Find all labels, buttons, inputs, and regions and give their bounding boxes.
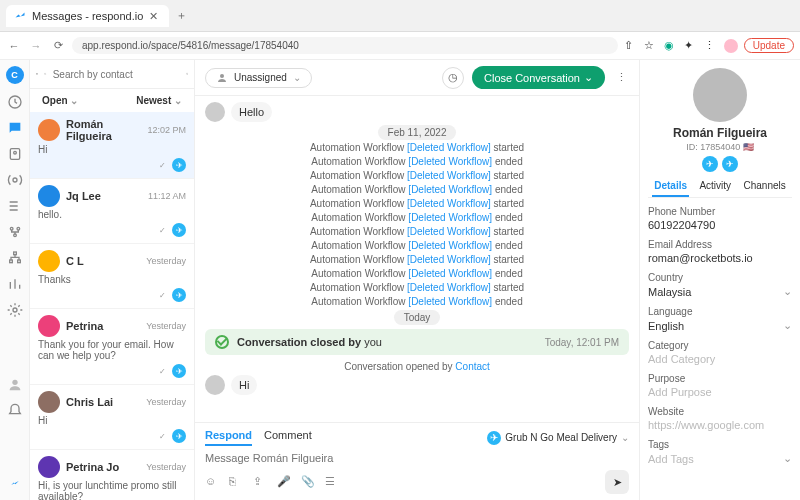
browser-tab[interactable]: Messages - respond.io ✕ — [6, 5, 169, 27]
mic-icon[interactable]: 🎤 — [277, 475, 291, 489]
check-circle-icon — [215, 335, 229, 349]
workflow-event: Automation Workflow [Deleted Workflow] s… — [205, 198, 629, 209]
svg-point-13 — [45, 73, 46, 74]
workflow-link[interactable]: [Deleted Workflow] — [407, 198, 491, 209]
conversation-item[interactable]: Jq Lee11:12 AMhello.✓✈ — [30, 179, 194, 244]
workspace-avatar[interactable]: C — [6, 66, 24, 84]
profile-avatar-icon[interactable] — [724, 39, 738, 53]
workflows-icon[interactable] — [7, 198, 23, 214]
conversation-item[interactable]: PetrinaYesterdayThank you for your email… — [30, 309, 194, 385]
panel-toggle-icon[interactable] — [36, 66, 38, 82]
telegram-icon[interactable]: ✈ — [722, 156, 738, 172]
dashboard-icon[interactable] — [7, 94, 23, 110]
workflow-link[interactable]: [Deleted Workflow] — [407, 170, 491, 181]
workflow-link[interactable]: [Deleted Workflow] — [407, 282, 491, 293]
filter-icon[interactable] — [186, 66, 188, 82]
channel-selector[interactable]: ✈ Grub N Go Meal Delivery ⌄ — [487, 431, 629, 445]
reload-icon[interactable]: ⟳ — [50, 38, 66, 54]
conversation-filter-bar: Open ⌄ Newest ⌄ — [30, 89, 194, 112]
svg-rect-12 — [36, 73, 38, 74]
chevron-down-icon: ⌄ — [621, 432, 629, 443]
update-button[interactable]: Update — [744, 38, 794, 53]
closed-by-link[interactable]: you — [364, 336, 382, 348]
tab-title: Messages - respond.io — [32, 10, 143, 22]
conversation-preview: Hi, is your lunchtime promo still availa… — [38, 480, 186, 500]
snippet-icon[interactable]: ⎘ — [229, 475, 243, 489]
workflow-link[interactable]: [Deleted Workflow] — [407, 254, 491, 265]
template-icon[interactable]: ☰ — [325, 475, 339, 489]
check-icon: ✓ — [155, 223, 169, 237]
conversation-item[interactable]: Petrina JoYesterdayHi, is your lunchtime… — [30, 450, 194, 500]
back-icon[interactable]: ← — [6, 38, 22, 54]
emoji-icon[interactable]: ☺ — [205, 475, 219, 489]
tab-respond[interactable]: Respond — [205, 429, 252, 446]
workflow-link[interactable]: [Deleted Workflow] — [408, 184, 492, 195]
snooze-icon[interactable]: ◷ — [442, 67, 464, 89]
send-button[interactable]: ➤ — [605, 470, 629, 494]
tab-favicon — [14, 9, 26, 23]
svg-point-3 — [13, 178, 17, 182]
conversation-item[interactable]: C LYesterdayThanks✓✈ — [30, 244, 194, 309]
telegram-icon: ✈ — [172, 429, 186, 443]
conversation-time: 12:02 PM — [147, 125, 186, 135]
filter-sort[interactable]: Newest ⌄ — [136, 95, 182, 106]
settings-icon[interactable] — [7, 302, 23, 318]
workflow-event: Automation Workflow [Deleted Workflow] e… — [205, 184, 629, 195]
close-conversation-button[interactable]: Close Conversation ⌄ — [472, 66, 605, 89]
tab-channels[interactable]: Channels — [742, 176, 788, 197]
puzzle-icon[interactable]: ✦ — [684, 39, 698, 53]
field-website[interactable]: Websitehttps://www.google.com — [648, 406, 792, 431]
conversation-item[interactable]: Román Filgueira12:02 PMHi✓✈ — [30, 112, 194, 179]
avatar — [38, 250, 60, 272]
svg-point-2 — [13, 151, 16, 154]
channel-label: Grub N Go Meal Delivery — [505, 432, 617, 443]
tab-comment[interactable]: Comment — [264, 429, 312, 446]
field-language[interactable]: LanguageEnglish⌄ — [648, 306, 792, 332]
new-tab-button[interactable]: ＋ — [173, 8, 189, 24]
star-icon[interactable]: ☆ — [644, 39, 658, 53]
search-input[interactable] — [53, 69, 180, 80]
opened-by-link[interactable]: Contact — [455, 361, 489, 372]
conversation-item[interactable]: Chris LaiYesterdayHi✓✈ — [30, 385, 194, 450]
assignee-dropdown[interactable]: Unassigned ⌄ — [205, 68, 312, 88]
tab-details[interactable]: Details — [652, 176, 689, 197]
automation-icon[interactable] — [7, 224, 23, 240]
workflow-link[interactable]: [Deleted Workflow] — [408, 212, 492, 223]
messages-icon[interactable] — [7, 120, 23, 136]
conversation-list-header — [30, 60, 194, 89]
broadcast-icon[interactable] — [7, 172, 23, 188]
telegram-icon[interactable]: ✈ — [702, 156, 718, 172]
field-tags[interactable]: TagsAdd Tags⌄ — [648, 439, 792, 465]
message-input[interactable] — [205, 446, 629, 470]
field-category[interactable]: CategoryAdd Category — [648, 340, 792, 365]
extension-icon[interactable]: ◉ — [664, 39, 678, 53]
contacts-icon[interactable] — [7, 146, 23, 162]
notifications-icon[interactable] — [7, 403, 23, 419]
workflow-event: Automation Workflow [Deleted Workflow] s… — [205, 226, 629, 237]
field-phone[interactable]: Phone Number60192204790 — [648, 206, 792, 231]
field-email[interactable]: Email Addressroman@rocketbots.io — [648, 239, 792, 264]
filter-open[interactable]: Open ⌄ — [42, 95, 78, 106]
share-icon[interactable]: ⇧ — [624, 39, 638, 53]
field-purpose[interactable]: PurposeAdd Purpose — [648, 373, 792, 398]
org-icon[interactable] — [7, 250, 23, 266]
workflow-event: Automation Workflow [Deleted Workflow] e… — [205, 240, 629, 251]
user-status-icon[interactable] — [7, 377, 23, 393]
workflow-link[interactable]: [Deleted Workflow] — [407, 142, 491, 153]
more-icon[interactable]: ⋮ — [613, 70, 629, 86]
workflow-link[interactable]: [Deleted Workflow] — [407, 226, 491, 237]
workflow-link[interactable]: [Deleted Workflow] — [408, 156, 492, 167]
url-field[interactable]: app.respond.io/space/54816/message/17854… — [72, 37, 618, 54]
conversation-name: Petrina Jo — [66, 461, 140, 473]
upload-icon[interactable]: ⇪ — [253, 475, 267, 489]
reports-icon[interactable] — [7, 276, 23, 292]
tab-activity[interactable]: Activity — [697, 176, 733, 197]
workflow-link[interactable]: [Deleted Workflow] — [408, 296, 492, 307]
close-icon[interactable]: ✕ — [149, 10, 161, 22]
workflow-link[interactable]: [Deleted Workflow] — [408, 268, 492, 279]
field-country[interactable]: CountryMalaysia⌄ — [648, 272, 792, 298]
svg-point-5 — [17, 227, 20, 230]
menu-icon[interactable]: ⋮ — [704, 39, 718, 53]
attach-icon[interactable]: 📎 — [301, 475, 315, 489]
workflow-link[interactable]: [Deleted Workflow] — [408, 240, 492, 251]
